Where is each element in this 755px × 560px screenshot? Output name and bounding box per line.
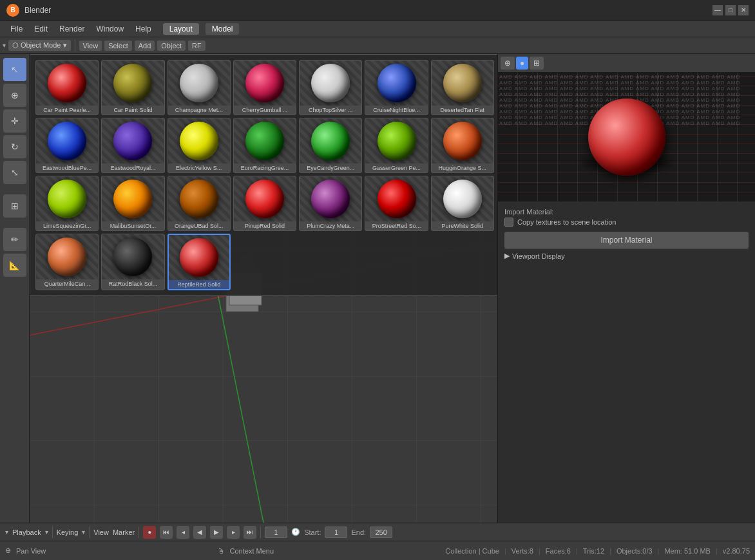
statusbar: ⊕ Pan View 🖱 Context Menu Collection | C… [0,541,755,560]
step-back-button[interactable]: ◂ [177,526,189,539]
skip-start-button[interactable]: ⏮ [160,526,173,539]
material-grid: Car Paint Pearle...Car Paint SolidChampa… [35,60,494,290]
sidebar-tool-select[interactable]: ↖ [3,58,26,81]
current-frame-input[interactable] [265,527,287,538]
end-label: End: [351,528,366,536]
material-item-champagnemet[interactable]: Champagne Met... [167,60,231,115]
material-thumb-plumcrazyme [300,176,361,221]
version-info: v2.80.75 [723,547,750,555]
material-thumb-reptileredso [169,235,229,280]
toolbar-sep-1 [75,40,75,51]
panel-icon-filter[interactable]: ⊕ [501,57,515,70]
play-button[interactable]: ▶ [210,526,223,539]
material-item-eyecandygreen[interactable]: EyeCandyGreen... [299,118,362,173]
material-item-reptileredso[interactable]: ReptileRed Solid [167,234,231,290]
workspace-model[interactable]: Model [205,23,240,35]
play-reverse-button[interactable]: ◀ [193,526,206,539]
start-frame-input[interactable] [325,527,347,538]
menu-file[interactable]: File [5,23,28,35]
material-thumb-malibusunseto [102,176,164,221]
marker-label[interactable]: Marker [113,528,135,536]
maximize-button[interactable]: □ [725,5,736,15]
menu-render[interactable]: Render [54,23,90,35]
sidebar-tool-transform[interactable]: ⊞ [3,194,26,218]
sidebar-tool-measure[interactable]: 📐 [3,254,26,277]
menu-help[interactable]: Help [130,23,157,35]
view-menu[interactable]: View [79,41,102,51]
material-label-purewhite: PureWhite Solid [432,221,493,230]
sphere-visual-prostreetred [378,180,416,218]
close-button[interactable]: ✕ [738,5,749,15]
object-menu[interactable]: Object [157,41,186,51]
sidebar-tool-scale[interactable]: ⤡ [3,161,26,184]
workspace-layout[interactable]: Layout [163,23,199,35]
material-item-purewhite[interactable]: PureWhite Solid [431,176,494,231]
sidebar-tool-rotate[interactable]: ↻ [3,135,26,158]
verts-info: Verts:8 [511,547,533,555]
material-thumb-eyecandygreen [300,118,361,163]
import-material-label: Import Material: [504,208,749,216]
panel-icon-sphere[interactable]: ● [516,57,528,70]
view-label[interactable]: View [93,528,109,536]
material-thumb-prostreetred [365,176,427,221]
material-item-quartermilecan[interactable]: QuarterMileCan... [35,234,99,290]
main-area: ↖ ⊕ ✛ ↻ ⤡ ⊞ ✏ 📐 [0,54,755,523]
sidebar-tool-annotate[interactable]: ✏ [3,228,26,251]
material-thumb-eastwoodblue [36,118,98,163]
material-item-plumcrazyme[interactable]: PlumCrazy Meta... [299,176,362,231]
menu-window[interactable]: Window [91,23,129,35]
material-item-cherrygumball[interactable]: CherryGumball ... [233,60,296,115]
copy-textures-checkbox[interactable] [504,218,513,227]
sphere-visual-pinupred [245,180,284,218]
material-item-orangeubadso[interactable]: OrangeUBad Sol... [167,176,231,231]
material-thumb-cruisenightblue [365,61,427,106]
end-frame-input[interactable] [370,527,392,538]
material-item-gassergreen[interactable]: GasserGreen Pe... [365,118,428,173]
material-label-champagnemet: Champagne Met... [168,106,230,115]
playback-label: Playback [12,528,41,536]
panel-icon-grid[interactable]: ⊞ [530,57,544,70]
material-thumb-quartermilecan [36,234,98,279]
material-item-cruisenightblue[interactable]: CruiseNightBlue... [365,60,428,115]
material-item-pinupred[interactable]: PinupRed Solid [233,176,296,231]
keying-label[interactable]: Keying [57,528,79,536]
object-mode-dropdown[interactable]: ⬡ Object Mode ▾ [8,40,71,51]
material-preview-sphere [588,98,665,176]
material-label-reptileredso: ReptileRed Solid [169,280,229,289]
material-thumb-limesqueezin [36,176,98,221]
sidebar-tool-cursor[interactable]: ⊕ [3,84,26,107]
material-thumb-orangeubadso [168,176,230,221]
material-label-electricyellow: ElectricYellow S... [168,163,230,173]
app-title: Blender [24,6,707,15]
menu-edit[interactable]: Edit [29,23,53,35]
material-item-malibusunseto[interactable]: MalibuSunsetOr... [101,176,164,231]
add-menu[interactable]: Add [135,41,155,51]
material-item-eastwoodroyal[interactable]: EastwoodRoyal... [101,118,164,173]
step-forward-button[interactable]: ▸ [227,526,240,539]
viewport[interactable]: ▾ User Perspective (1) Collection | Cube… [30,54,497,523]
material-item-choptopsilver[interactable]: ChopTopSilver ... [299,60,362,115]
import-material-button[interactable]: Import Material [504,232,749,248]
material-item-electricyellow[interactable]: ElectricYellow S... [167,118,231,173]
skip-end-button[interactable]: ⏭ [244,526,256,539]
material-item-prostreetred[interactable]: ProStreetRed So... [365,176,428,231]
material-item-hugginorange[interactable]: HugginOrange S... [431,118,494,173]
minimize-button[interactable]: — [712,5,723,15]
viewport-display-section[interactable]: ▶ Viewport Display [504,248,749,263]
material-item-carpaintsolid[interactable]: Car Paint Solid [101,60,164,115]
material-label-carpaintsolid: Car Paint Solid [102,106,164,115]
sidebar-tool-move[interactable]: ✛ [3,109,26,133]
select-menu[interactable]: Select [104,41,132,51]
material-item-euroracinggree[interactable]: EuroRacingGree... [233,118,296,173]
material-item-carpainterle[interactable]: Car Paint Pearle... [35,60,99,115]
mode-icon: ⬡ [12,41,19,49]
material-item-limesqueezin[interactable]: LimeSqueezinGr... [35,176,99,231]
material-thumb-eastwoodroyal [102,118,164,163]
material-item-desertedtan[interactable]: DesertedTan Flat [431,60,494,115]
collection-info: Collection | Cube [445,547,499,555]
record-button[interactable]: ● [143,526,156,539]
rf-menu[interactable]: RF [188,41,205,51]
material-item-ratrodblackso[interactable]: RatRodBlack Sol... [101,234,164,290]
sphere-visual-hugginorange [443,122,482,160]
material-item-eastwoodblue[interactable]: EastwoodBluePe... [35,118,99,173]
